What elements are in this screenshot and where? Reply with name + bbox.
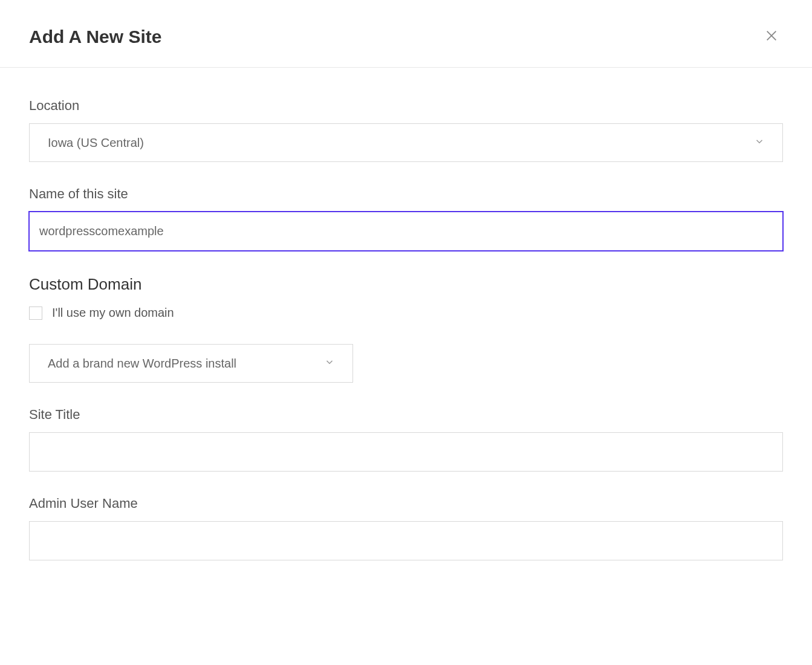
form-body: Location Iowa (US Central) Name of this … — [0, 68, 812, 615]
location-label: Location — [29, 98, 783, 114]
install-type-select-wrapper: Add a brand new WordPress install — [29, 344, 353, 383]
close-icon — [765, 29, 778, 44]
modal-title: Add A New Site — [29, 27, 161, 47]
admin-username-label: Admin User Name — [29, 496, 783, 511]
site-name-group: Name of this site — [29, 186, 783, 251]
admin-username-input[interactable] — [29, 521, 783, 560]
custom-domain-checkbox-label[interactable]: I'll use my own domain — [52, 306, 174, 320]
location-select-wrapper: Iowa (US Central) — [29, 123, 783, 162]
location-select[interactable]: Iowa (US Central) — [29, 123, 783, 162]
custom-domain-checkbox[interactable] — [29, 307, 42, 320]
location-group: Location Iowa (US Central) — [29, 98, 783, 162]
site-name-input[interactable] — [29, 212, 783, 251]
custom-domain-heading: Custom Domain — [29, 275, 783, 294]
admin-username-group: Admin User Name — [29, 496, 783, 560]
install-type-select[interactable]: Add a brand new WordPress install — [29, 344, 353, 383]
site-title-label: Site Title — [29, 407, 783, 423]
custom-domain-section: Custom Domain I'll use my own domain Add… — [29, 275, 783, 383]
close-button[interactable] — [760, 24, 783, 49]
site-name-label: Name of this site — [29, 186, 783, 202]
site-title-group: Site Title — [29, 407, 783, 472]
modal-header: Add A New Site — [0, 0, 812, 68]
custom-domain-checkbox-row: I'll use my own domain — [29, 306, 783, 320]
site-title-input[interactable] — [29, 432, 783, 472]
